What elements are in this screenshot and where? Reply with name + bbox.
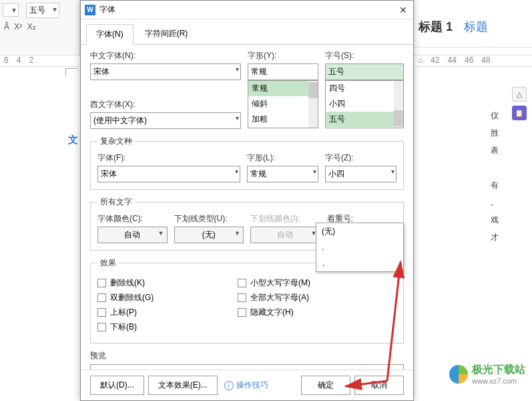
complex-font-select[interactable]: 宋体▾ (97, 166, 240, 182)
ruler-right: ⌂42444648 (414, 55, 532, 67)
chinese-font-label: 中文字体(N): (90, 50, 241, 61)
western-font-label: 西文字体(X): (90, 99, 241, 110)
complex-size-select[interactable]: 小四▾ (325, 166, 396, 182)
complex-size-label: 字号(Z): (325, 152, 396, 164)
watermark-logo-icon (449, 365, 468, 384)
underline-color-button: 自动▼ (250, 227, 320, 243)
dropdown-item[interactable]: 、 (316, 255, 403, 271)
superscript-icon[interactable]: X² (14, 22, 22, 31)
heading1-style[interactable]: 标题 1 (419, 19, 453, 35)
allcaps-checkbox[interactable]: 全部大写字母(A) (238, 292, 378, 303)
dialog-titlebar: W 字体 ✕ (81, 1, 413, 19)
complex-font-label: 字体(F): (97, 152, 240, 164)
watermark: 极光下载站 www.xz7.com (449, 363, 525, 385)
underline-button[interactable]: (无)▼ (174, 227, 244, 243)
list-item[interactable]: 加粗 (248, 112, 318, 127)
tab-spacing[interactable]: 字符间距(R) (135, 23, 198, 44)
side-icon-1[interactable]: △ (512, 87, 527, 102)
ruler-left: 642 (0, 55, 80, 67)
style-label: 字形(Y): (248, 50, 318, 61)
double-strike-checkbox[interactable]: 双删除线(G) (97, 292, 238, 303)
dialog-title: 字体 (99, 4, 397, 15)
complex-script-group: 复杂文种 字体(F): 宋体▾ 字形(L): 常规▾ 字号(Z): 小四▾ (90, 136, 404, 190)
dialog-footer: 默认(D)... 文本效果(E)... i操作技巧 确定 取消 (81, 370, 413, 400)
ok-button[interactable]: 确定 (301, 376, 350, 395)
font-color-button[interactable]: 自动▼ (97, 227, 168, 243)
size-input[interactable]: 五号 (325, 63, 404, 80)
word-icon: W (85, 5, 95, 15)
dropdown-item[interactable]: (无) (316, 223, 403, 240)
side-panel-icons: △ 📋 (512, 87, 528, 124)
font-increase-icon[interactable]: Â (4, 22, 9, 31)
list-item[interactable]: 四号 (326, 81, 403, 96)
emphasis-dropdown[interactable]: (无) . 、 (316, 223, 404, 272)
complex-style-select[interactable]: 常规▾ (247, 166, 318, 182)
list-item[interactable]: 常规 (248, 81, 318, 96)
complex-style-label: 字形(L): (247, 152, 318, 164)
subscript-icon[interactable]: X₂ (27, 22, 36, 31)
font-color-label: 字体颜色(C): (97, 213, 168, 225)
dialog-tabs: 字体(N) 字符间距(R) (81, 19, 413, 45)
underline-color-label: 下划线颜色(I): (250, 213, 320, 225)
close-icon[interactable]: ✕ (397, 5, 409, 15)
cancel-button[interactable]: 取消 (354, 376, 404, 395)
heading2-style[interactable]: 标题 (464, 19, 488, 35)
dropdown-item[interactable]: . (316, 240, 403, 255)
chinese-font-select[interactable]: 宋体▾ (90, 63, 241, 80)
doc-text: 文 (68, 134, 78, 146)
text-effect-button[interactable]: 文本效果(E)... (148, 376, 218, 395)
strike-checkbox[interactable]: 删除线(K) (97, 277, 238, 289)
ribbon-combo[interactable] (3, 3, 19, 17)
fontsize-combo[interactable]: 五号 (26, 3, 59, 18)
default-button[interactable]: 默认(D)... (90, 376, 144, 395)
tips-link[interactable]: i操作技巧 (224, 380, 268, 391)
hidden-checkbox[interactable]: 隐藏文字(H) (238, 307, 378, 318)
ribbon-fragment: 五号 Â X² X₂ (0, 0, 80, 60)
scrollbar[interactable] (308, 81, 318, 128)
heading-styles: 标题 1 标题 (419, 19, 532, 45)
page-corner (65, 68, 77, 76)
scrollbar[interactable] (394, 81, 403, 128)
list-item[interactable]: 倾斜 (248, 96, 318, 112)
info-icon: i (224, 381, 234, 390)
size-label: 字号(S): (325, 50, 404, 61)
smallcaps-checkbox[interactable]: 小型大写字母(M) (238, 277, 378, 289)
western-font-select[interactable]: (使用中文字体)▾ (90, 112, 241, 129)
list-item[interactable]: 小四 (326, 96, 403, 112)
side-icon-2[interactable]: 📋 (512, 106, 527, 120)
subscript-checkbox[interactable]: 下标(B) (97, 321, 238, 333)
style-listbox[interactable]: 常规 倾斜 加粗 (248, 80, 318, 128)
underline-label: 下划线类型(U): (174, 213, 244, 225)
font-dialog: W 字体 ✕ 字体(N) 字符间距(R) 中文字体(N): 宋体▾ 西文字体(X… (80, 0, 414, 401)
list-item[interactable]: 五号 (326, 112, 403, 127)
style-input[interactable]: 常规 (248, 63, 318, 80)
tab-font[interactable]: 字体(N) (86, 24, 134, 45)
superscript-checkbox[interactable]: 上标(P) (97, 307, 238, 318)
size-listbox[interactable]: 四号 小四 五号 (325, 80, 404, 128)
